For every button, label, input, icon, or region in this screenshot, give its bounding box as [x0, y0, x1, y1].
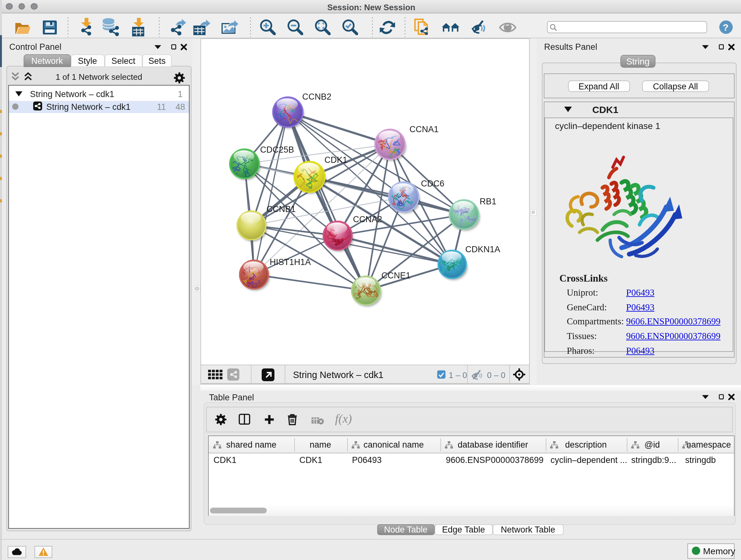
svg-text:CCNA2: CCNA2 [353, 214, 382, 224]
svg-text:CCNE1: CCNE1 [381, 270, 410, 280]
svg-text:CDC6: CDC6 [421, 179, 444, 188]
svg-text:RB1: RB1 [479, 196, 496, 206]
svg-text:CDKN1A: CDKN1A [465, 244, 500, 254]
svg-text:CCNA1: CCNA1 [409, 124, 439, 134]
svg-text:CDK1: CDK1 [324, 155, 347, 165]
svg-text:CCNB2: CCNB2 [302, 91, 331, 101]
svg-text:CDC25B: CDC25B [260, 145, 294, 154]
svg-text:HIST1H1A: HIST1H1A [269, 257, 311, 266]
svg-text:CCNB1: CCNB1 [266, 204, 295, 213]
